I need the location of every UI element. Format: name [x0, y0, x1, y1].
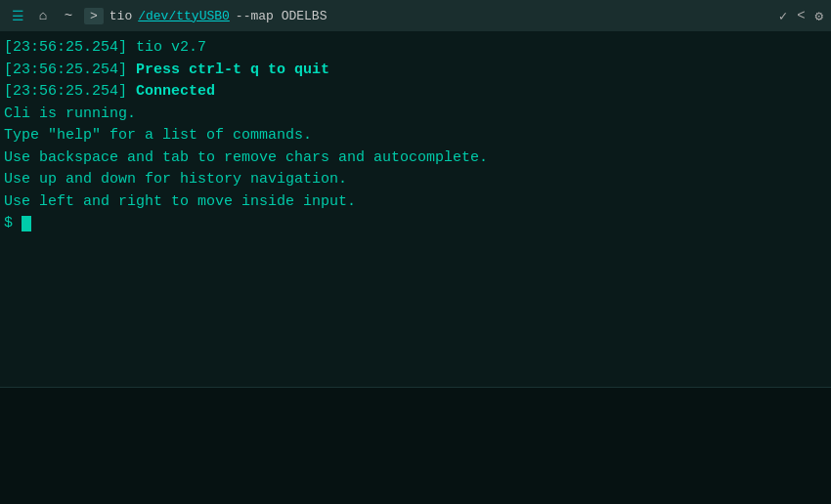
line-6: Use backspace and tab to remove chars an… [4, 147, 827, 170]
cursor [22, 216, 31, 231]
terminal-output: [23:56:25.254] tio v2.7 [23:56:25.254] P… [0, 31, 831, 387]
line-prompt[interactable]: $ [4, 213, 827, 235]
line-1: [23:56:25.254] tio v2.7 [4, 37, 827, 60]
line-3: [23:56:25.254] Connected [4, 81, 827, 104]
back-action[interactable]: < [797, 8, 805, 23]
settings-action[interactable]: ⚙ [815, 8, 823, 24]
bottom-panel [0, 387, 831, 504]
cmd-rest: --map ODELBS [236, 9, 328, 23]
line-7: Use up and down for history navigation. [4, 169, 827, 191]
cmd-prefix: tio [109, 9, 132, 23]
line-8: Use left and right to move inside input. [4, 191, 827, 214]
arrow-indicator: > [84, 8, 104, 24]
wave-icon: ~ [59, 6, 78, 25]
home-icon: ⌂ [33, 6, 53, 25]
line-5: Type "help" for a list of commands. [4, 125, 827, 147]
bars-icon: ☰ [8, 6, 27, 25]
cmd-link[interactable]: /dev/ttyUSB0 [138, 9, 230, 23]
line-4: Cli is running. [4, 104, 827, 126]
check-action[interactable]: ✓ [779, 8, 787, 24]
titlebar-actions: ✓ < ⚙ [779, 8, 823, 24]
line-2: [23:56:25.254] Press ctrl-t q to quit [4, 60, 827, 82]
titlebar: ☰ ⌂ ~ > tio /dev/ttyUSB0 --map ODELBS ✓ … [0, 0, 831, 31]
